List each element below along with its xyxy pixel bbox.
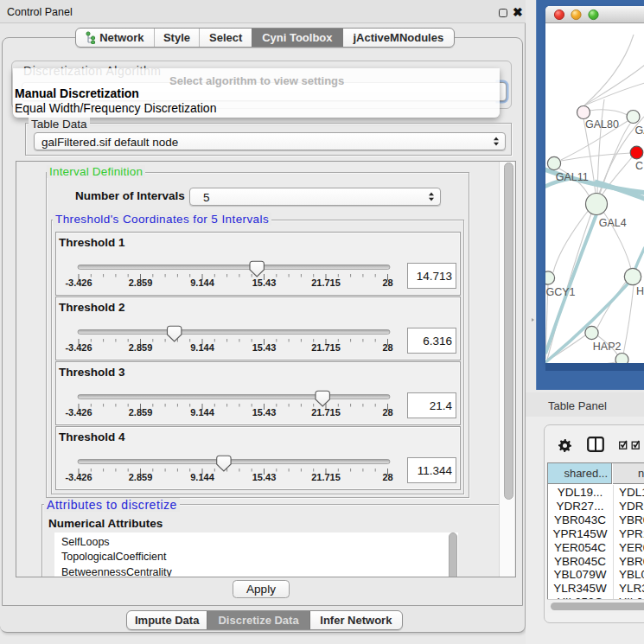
svg-text:21.715: 21.715 bbox=[311, 472, 341, 482]
svg-text:28: 28 bbox=[382, 342, 392, 353]
svg-text:9.144: 9.144 bbox=[190, 407, 214, 418]
svg-text:GAL80: GAL80 bbox=[585, 118, 619, 131]
svg-text:2.859: 2.859 bbox=[129, 472, 153, 482]
svg-text:28: 28 bbox=[382, 472, 392, 482]
svg-text:2.859: 2.859 bbox=[129, 342, 153, 353]
svg-text:GA: GA bbox=[635, 124, 644, 137]
svg-text:GAL4: GAL4 bbox=[599, 217, 627, 229]
svg-text:9.144: 9.144 bbox=[190, 472, 214, 482]
svg-text:15.43: 15.43 bbox=[252, 407, 277, 418]
svg-text:15.43: 15.43 bbox=[252, 472, 277, 482]
svg-text:15.43: 15.43 bbox=[252, 277, 277, 288]
svg-text:21.715: 21.715 bbox=[311, 407, 341, 418]
svg-text:-3.426: -3.426 bbox=[65, 342, 92, 353]
svg-text:GCY1: GCY1 bbox=[546, 286, 576, 298]
svg-text:HAP2: HAP2 bbox=[593, 341, 622, 353]
svg-text:2.859: 2.859 bbox=[129, 277, 153, 288]
svg-text:9.144: 9.144 bbox=[190, 277, 214, 288]
svg-text:-3.426: -3.426 bbox=[65, 277, 92, 288]
svg-text:28: 28 bbox=[382, 407, 392, 418]
svg-text:GAL11: GAL11 bbox=[556, 171, 589, 183]
svg-text:21.715: 21.715 bbox=[311, 342, 341, 353]
svg-text:15.43: 15.43 bbox=[252, 342, 277, 353]
svg-text:C: C bbox=[635, 160, 643, 172]
svg-text:H: H bbox=[636, 285, 644, 297]
svg-text:21.715: 21.715 bbox=[311, 277, 341, 288]
svg-text:-3.426: -3.426 bbox=[65, 472, 92, 482]
svg-text:-3.426: -3.426 bbox=[65, 407, 92, 418]
svg-text:28: 28 bbox=[382, 277, 392, 288]
svg-text:2.859: 2.859 bbox=[129, 407, 153, 418]
svg-text:9.144: 9.144 bbox=[190, 342, 214, 353]
